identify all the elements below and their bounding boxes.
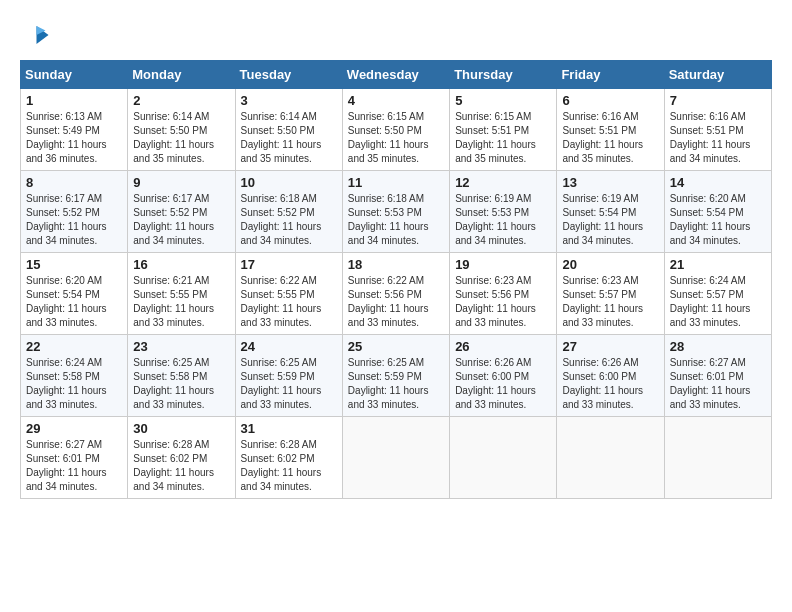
calendar-cell: 30 Sunrise: 6:28 AMSunset: 6:02 PMDaylig… (128, 417, 235, 499)
calendar-cell: 9 Sunrise: 6:17 AMSunset: 5:52 PMDayligh… (128, 171, 235, 253)
calendar-cell: 24 Sunrise: 6:25 AMSunset: 5:59 PMDaylig… (235, 335, 342, 417)
day-number: 14 (670, 175, 766, 190)
calendar-cell: 2 Sunrise: 6:14 AMSunset: 5:50 PMDayligh… (128, 89, 235, 171)
day-info: Sunrise: 6:20 AMSunset: 5:54 PMDaylight:… (670, 193, 751, 246)
day-info: Sunrise: 6:25 AMSunset: 5:59 PMDaylight:… (348, 357, 429, 410)
calendar-cell: 25 Sunrise: 6:25 AMSunset: 5:59 PMDaylig… (342, 335, 449, 417)
day-info: Sunrise: 6:19 AMSunset: 5:54 PMDaylight:… (562, 193, 643, 246)
day-info: Sunrise: 6:21 AMSunset: 5:55 PMDaylight:… (133, 275, 214, 328)
week-row-4: 22 Sunrise: 6:24 AMSunset: 5:58 PMDaylig… (21, 335, 772, 417)
calendar-cell (450, 417, 557, 499)
day-number: 31 (241, 421, 337, 436)
calendar-cell: 4 Sunrise: 6:15 AMSunset: 5:50 PMDayligh… (342, 89, 449, 171)
header-friday: Friday (557, 61, 664, 89)
day-number: 17 (241, 257, 337, 272)
day-number: 27 (562, 339, 658, 354)
calendar-cell: 23 Sunrise: 6:25 AMSunset: 5:58 PMDaylig… (128, 335, 235, 417)
header-saturday: Saturday (664, 61, 771, 89)
header-thursday: Thursday (450, 61, 557, 89)
calendar-cell: 22 Sunrise: 6:24 AMSunset: 5:58 PMDaylig… (21, 335, 128, 417)
day-number: 1 (26, 93, 122, 108)
day-info: Sunrise: 6:17 AMSunset: 5:52 PMDaylight:… (26, 193, 107, 246)
calendar-cell: 13 Sunrise: 6:19 AMSunset: 5:54 PMDaylig… (557, 171, 664, 253)
day-info: Sunrise: 6:14 AMSunset: 5:50 PMDaylight:… (241, 111, 322, 164)
day-info: Sunrise: 6:15 AMSunset: 5:50 PMDaylight:… (348, 111, 429, 164)
calendar-cell: 17 Sunrise: 6:22 AMSunset: 5:55 PMDaylig… (235, 253, 342, 335)
calendar-cell: 20 Sunrise: 6:23 AMSunset: 5:57 PMDaylig… (557, 253, 664, 335)
week-row-5: 29 Sunrise: 6:27 AMSunset: 6:01 PMDaylig… (21, 417, 772, 499)
day-number: 10 (241, 175, 337, 190)
header-wednesday: Wednesday (342, 61, 449, 89)
calendar-cell: 5 Sunrise: 6:15 AMSunset: 5:51 PMDayligh… (450, 89, 557, 171)
day-info: Sunrise: 6:26 AMSunset: 6:00 PMDaylight:… (562, 357, 643, 410)
week-row-3: 15 Sunrise: 6:20 AMSunset: 5:54 PMDaylig… (21, 253, 772, 335)
day-info: Sunrise: 6:15 AMSunset: 5:51 PMDaylight:… (455, 111, 536, 164)
day-number: 16 (133, 257, 229, 272)
day-info: Sunrise: 6:23 AMSunset: 5:56 PMDaylight:… (455, 275, 536, 328)
day-number: 5 (455, 93, 551, 108)
logo-icon (20, 20, 50, 50)
day-number: 30 (133, 421, 229, 436)
calendar-cell (557, 417, 664, 499)
header-tuesday: Tuesday (235, 61, 342, 89)
day-info: Sunrise: 6:25 AMSunset: 5:59 PMDaylight:… (241, 357, 322, 410)
calendar-cell: 12 Sunrise: 6:19 AMSunset: 5:53 PMDaylig… (450, 171, 557, 253)
day-info: Sunrise: 6:26 AMSunset: 6:00 PMDaylight:… (455, 357, 536, 410)
calendar-cell: 29 Sunrise: 6:27 AMSunset: 6:01 PMDaylig… (21, 417, 128, 499)
day-number: 25 (348, 339, 444, 354)
day-number: 15 (26, 257, 122, 272)
day-info: Sunrise: 6:16 AMSunset: 5:51 PMDaylight:… (562, 111, 643, 164)
day-number: 11 (348, 175, 444, 190)
calendar-cell: 31 Sunrise: 6:28 AMSunset: 6:02 PMDaylig… (235, 417, 342, 499)
header-monday: Monday (128, 61, 235, 89)
calendar-cell: 8 Sunrise: 6:17 AMSunset: 5:52 PMDayligh… (21, 171, 128, 253)
calendar-cell: 6 Sunrise: 6:16 AMSunset: 5:51 PMDayligh… (557, 89, 664, 171)
calendar-cell: 21 Sunrise: 6:24 AMSunset: 5:57 PMDaylig… (664, 253, 771, 335)
day-info: Sunrise: 6:14 AMSunset: 5:50 PMDaylight:… (133, 111, 214, 164)
day-info: Sunrise: 6:28 AMSunset: 6:02 PMDaylight:… (241, 439, 322, 492)
day-number: 3 (241, 93, 337, 108)
day-info: Sunrise: 6:27 AMSunset: 6:01 PMDaylight:… (670, 357, 751, 410)
calendar-cell: 18 Sunrise: 6:22 AMSunset: 5:56 PMDaylig… (342, 253, 449, 335)
calendar-cell: 1 Sunrise: 6:13 AMSunset: 5:49 PMDayligh… (21, 89, 128, 171)
calendar-cell: 3 Sunrise: 6:14 AMSunset: 5:50 PMDayligh… (235, 89, 342, 171)
day-number: 2 (133, 93, 229, 108)
calendar-cell (342, 417, 449, 499)
day-info: Sunrise: 6:18 AMSunset: 5:52 PMDaylight:… (241, 193, 322, 246)
calendar-cell: 15 Sunrise: 6:20 AMSunset: 5:54 PMDaylig… (21, 253, 128, 335)
day-info: Sunrise: 6:22 AMSunset: 5:55 PMDaylight:… (241, 275, 322, 328)
calendar-table: SundayMondayTuesdayWednesdayThursdayFrid… (20, 60, 772, 499)
day-info: Sunrise: 6:22 AMSunset: 5:56 PMDaylight:… (348, 275, 429, 328)
day-number: 4 (348, 93, 444, 108)
logo (20, 20, 54, 50)
calendar-cell: 16 Sunrise: 6:21 AMSunset: 5:55 PMDaylig… (128, 253, 235, 335)
day-info: Sunrise: 6:17 AMSunset: 5:52 PMDaylight:… (133, 193, 214, 246)
calendar-cell: 26 Sunrise: 6:26 AMSunset: 6:00 PMDaylig… (450, 335, 557, 417)
day-number: 29 (26, 421, 122, 436)
day-number: 23 (133, 339, 229, 354)
day-number: 20 (562, 257, 658, 272)
week-row-1: 1 Sunrise: 6:13 AMSunset: 5:49 PMDayligh… (21, 89, 772, 171)
day-info: Sunrise: 6:13 AMSunset: 5:49 PMDaylight:… (26, 111, 107, 164)
day-number: 22 (26, 339, 122, 354)
calendar-cell: 10 Sunrise: 6:18 AMSunset: 5:52 PMDaylig… (235, 171, 342, 253)
day-info: Sunrise: 6:24 AMSunset: 5:57 PMDaylight:… (670, 275, 751, 328)
calendar-cell: 28 Sunrise: 6:27 AMSunset: 6:01 PMDaylig… (664, 335, 771, 417)
header (20, 20, 772, 50)
calendar-cell: 19 Sunrise: 6:23 AMSunset: 5:56 PMDaylig… (450, 253, 557, 335)
header-sunday: Sunday (21, 61, 128, 89)
calendar-cell: 27 Sunrise: 6:26 AMSunset: 6:00 PMDaylig… (557, 335, 664, 417)
day-number: 6 (562, 93, 658, 108)
day-info: Sunrise: 6:25 AMSunset: 5:58 PMDaylight:… (133, 357, 214, 410)
day-number: 7 (670, 93, 766, 108)
day-number: 9 (133, 175, 229, 190)
calendar-cell: 14 Sunrise: 6:20 AMSunset: 5:54 PMDaylig… (664, 171, 771, 253)
day-number: 24 (241, 339, 337, 354)
calendar-cell: 11 Sunrise: 6:18 AMSunset: 5:53 PMDaylig… (342, 171, 449, 253)
day-info: Sunrise: 6:28 AMSunset: 6:02 PMDaylight:… (133, 439, 214, 492)
day-number: 13 (562, 175, 658, 190)
calendar-cell (664, 417, 771, 499)
day-info: Sunrise: 6:27 AMSunset: 6:01 PMDaylight:… (26, 439, 107, 492)
day-info: Sunrise: 6:18 AMSunset: 5:53 PMDaylight:… (348, 193, 429, 246)
calendar-cell: 7 Sunrise: 6:16 AMSunset: 5:51 PMDayligh… (664, 89, 771, 171)
